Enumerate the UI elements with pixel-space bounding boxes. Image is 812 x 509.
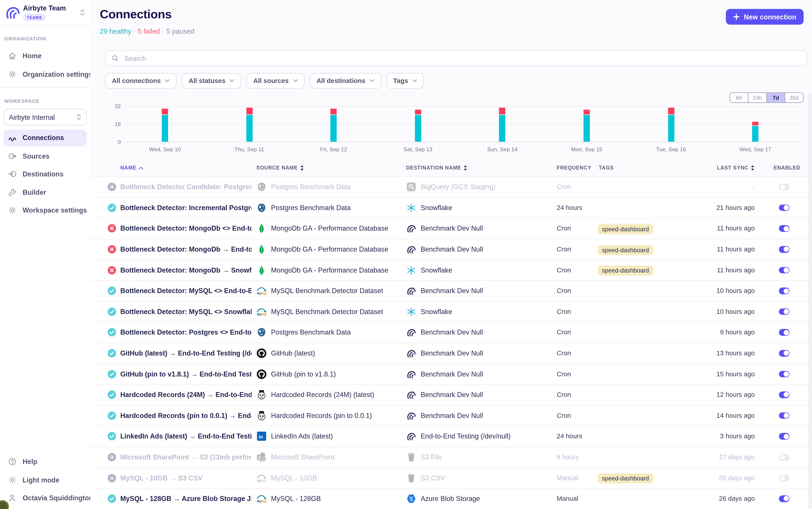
destination-name: Benchmark Dev Null bbox=[421, 245, 483, 253]
bar-failed-thu-sep-11[interactable] bbox=[246, 107, 253, 114]
enabled-toggle[interactable] bbox=[779, 475, 789, 481]
svg-text:SQL: SQL bbox=[261, 500, 267, 503]
bar-healthy-wed-sep-10[interactable] bbox=[162, 115, 168, 142]
bigquery-icon bbox=[406, 182, 417, 192]
frequency: Cron bbox=[557, 391, 571, 399]
status-healthy-icon bbox=[107, 391, 116, 399]
enabled-toggle[interactable] bbox=[779, 205, 789, 211]
sidebar-item-destinations[interactable]: Destinations bbox=[4, 166, 87, 182]
table-row[interactable]: Bottleneck Detector: MongoDb → End-to-En… bbox=[90, 239, 812, 260]
enabled-toggle[interactable] bbox=[779, 184, 789, 190]
enabled-toggle[interactable] bbox=[779, 308, 789, 315]
bar-failed-sat-sep-13[interactable] bbox=[415, 110, 421, 114]
team-switcher[interactable]: Airbyte Team TEAMS bbox=[0, 0, 90, 26]
filter-all-destinations[interactable]: All destinations bbox=[310, 73, 381, 89]
table-row[interactable]: Microsoft SharePoint → S3 (13mb performa… bbox=[90, 447, 812, 468]
time-range-7d[interactable]: 7d bbox=[766, 93, 784, 102]
enabled-toggle[interactable] bbox=[779, 433, 789, 440]
enabled-toggle[interactable] bbox=[779, 288, 789, 294]
table-row[interactable]: GitHub (latest) → End-to-End Testing (/d… bbox=[90, 343, 812, 364]
sidebar-item-light-mode[interactable]: Light mode bbox=[4, 471, 87, 488]
postgres-icon bbox=[256, 203, 267, 213]
table-row[interactable]: Bottleneck Detector: Incremental Postgre… bbox=[90, 198, 812, 218]
destination-name: Benchmark Dev Null bbox=[421, 287, 483, 295]
table-row[interactable]: MySQL - 128GB → Azure Blob Storage JSOn … bbox=[90, 489, 812, 509]
connection-name: LinkedIn Ads (latest) → End-to-End Testi… bbox=[120, 433, 252, 440]
enabled-toggle[interactable] bbox=[779, 454, 789, 461]
table-row[interactable]: GitHub (pin to v1.8.1) → End-to-End Test… bbox=[90, 364, 812, 385]
bar-healthy-fri-sep-12[interactable] bbox=[330, 115, 337, 142]
workspace-selector[interactable]: Airbyte Internal bbox=[4, 109, 87, 125]
sidebar-item-builder[interactable]: Builder bbox=[4, 184, 87, 201]
search-bar[interactable] bbox=[105, 50, 807, 66]
frequency: Manual bbox=[557, 495, 578, 503]
bar-failed-mon-sep-15[interactable] bbox=[583, 110, 590, 114]
paused-count: 5 paused bbox=[166, 27, 194, 35]
last-sync: 21 hours ago bbox=[668, 204, 755, 211]
airbyte-icon bbox=[406, 286, 417, 296]
table-row[interactable]: Bottleneck Detector: MongoDb <> End-to-E… bbox=[90, 218, 812, 239]
table-row[interactable]: Hardcoded Records (24M) → End-to-End Te.… bbox=[90, 385, 812, 406]
enabled-toggle[interactable] bbox=[779, 225, 789, 232]
chevron-down-icon bbox=[412, 79, 417, 82]
bar-healthy-sun-sep-14[interactable] bbox=[499, 115, 505, 142]
enabled-toggle[interactable] bbox=[779, 392, 789, 398]
bar-failed-tue-sep-16[interactable] bbox=[668, 107, 674, 114]
table-row[interactable]: MySQL - 10GB → S3 CSVMySQLMySQL - 10GBS3… bbox=[90, 468, 812, 488]
table-row[interactable]: Bottleneck Detector: MySQL <> SnowflakeM… bbox=[90, 302, 812, 322]
bar-failed-wed-sep-10[interactable] bbox=[162, 109, 168, 114]
filter-all-statuses[interactable]: All statuses bbox=[182, 73, 241, 89]
airbyte-icon bbox=[406, 390, 417, 400]
sidebar-item-help[interactable]: Help bbox=[4, 453, 87, 470]
enabled-toggle[interactable] bbox=[779, 267, 789, 273]
sidebar-item-connections[interactable]: Connections bbox=[4, 129, 87, 146]
enabled-toggle[interactable] bbox=[779, 371, 789, 377]
table-row[interactable]: Bottleneck Detector: MongoDb → Snowflake… bbox=[90, 260, 812, 281]
enabled-toggle[interactable] bbox=[779, 496, 789, 502]
enabled-toggle[interactable] bbox=[779, 412, 789, 419]
toggle-knob bbox=[783, 226, 789, 231]
bar-healthy-thu-sep-11[interactable] bbox=[246, 115, 253, 142]
sidebar-item-sources[interactable]: Sources bbox=[4, 147, 87, 164]
table-row[interactable]: Hardcoded Records (pin to 0.0.1) → End-t… bbox=[90, 406, 812, 426]
bar-failed-sun-sep-14[interactable] bbox=[499, 107, 505, 114]
column-header-destination-name[interactable]: DESTINATION NAME bbox=[406, 165, 467, 171]
bar-healthy-tue-sep-16[interactable] bbox=[668, 115, 674, 142]
source-name: Hardcoded Records (pin to 0.0.1) bbox=[271, 412, 372, 419]
bar-healthy-wed-sep-17[interactable] bbox=[752, 126, 758, 142]
sidebar-item-home[interactable]: Home bbox=[4, 47, 87, 64]
enabled-toggle[interactable] bbox=[779, 350, 789, 357]
sidebar-item-label: Help bbox=[23, 458, 37, 466]
bar-failed-wed-sep-17[interactable] bbox=[752, 122, 758, 125]
search-input[interactable] bbox=[123, 54, 801, 63]
scrollbar[interactable] bbox=[808, 92, 812, 509]
enabled-toggle[interactable] bbox=[779, 329, 789, 336]
filter-all-connections[interactable]: All connections bbox=[105, 73, 176, 89]
new-connection-button[interactable]: New connection bbox=[726, 9, 804, 25]
filter-tags[interactable]: Tags bbox=[386, 73, 424, 89]
column-header-source-name[interactable]: SOURCE NAME bbox=[256, 165, 304, 171]
sharepoint-icon: S bbox=[256, 452, 267, 463]
table-row[interactable]: Bottleneck Detector: MySQL <> End-to-End… bbox=[90, 281, 812, 302]
table-row[interactable]: LinkedIn Ads (latest) → End-to-End Testi… bbox=[90, 426, 812, 447]
column-header-name[interactable]: NAME bbox=[120, 165, 143, 171]
time-range-30d[interactable]: 30d bbox=[785, 93, 803, 102]
bar-failed-fri-sep-12[interactable] bbox=[330, 109, 337, 114]
time-range-24h[interactable]: 24h bbox=[748, 93, 766, 102]
sidebar-item-workspace-settings[interactable]: Workspace settings bbox=[4, 202, 87, 218]
status-failed-icon bbox=[107, 266, 116, 274]
sidebar-item-octavia-squiddington[interactable]: Octavia Squiddington bbox=[4, 489, 87, 506]
tags-cell: speed-dashboard bbox=[598, 265, 653, 275]
bar-healthy-mon-sep-15[interactable] bbox=[583, 115, 590, 142]
table-row[interactable]: Bottleneck Detector Candidate: Postgres … bbox=[90, 176, 812, 198]
gridline bbox=[125, 142, 799, 142]
enabled-toggle[interactable] bbox=[779, 246, 789, 252]
snowflake-icon bbox=[406, 203, 417, 213]
sidebar-item-organization-settings[interactable]: Organization settings bbox=[4, 66, 87, 82]
table-row[interactable]: Bottleneck Detector: Postgres <> End-to-… bbox=[90, 322, 812, 343]
bar-healthy-sat-sep-13[interactable] bbox=[415, 115, 421, 142]
filter-all-sources[interactable]: All sources bbox=[247, 73, 304, 89]
time-range-6h[interactable]: 6h bbox=[730, 93, 748, 102]
connection-name: Hardcoded Records (pin to 0.0.1) → End-t… bbox=[120, 412, 252, 419]
column-header-last-sync[interactable]: LAST SYNC bbox=[668, 165, 755, 171]
